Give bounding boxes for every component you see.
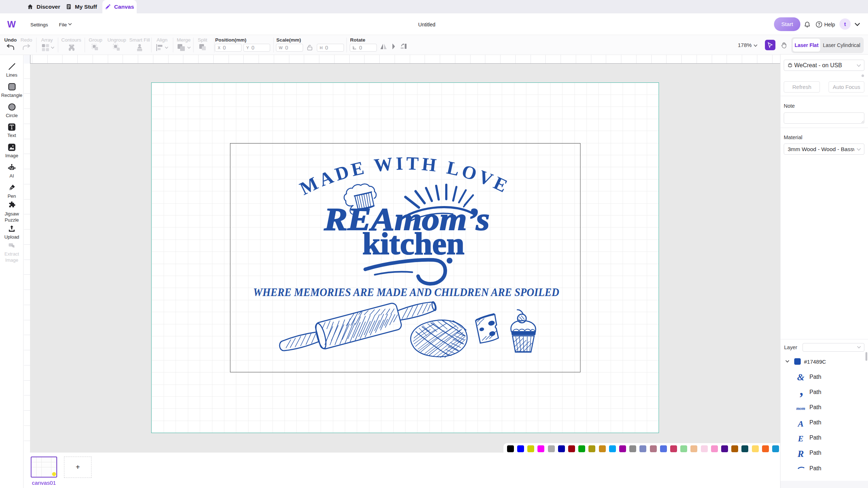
svg-text:kitchen: kitchen bbox=[362, 226, 464, 261]
svg-text:MADE WITH LOVE: MADE WITH LOVE bbox=[297, 153, 511, 199]
svg-text:WHERE MEMORIES ARE MADE AND CH: WHERE MEMORIES ARE MADE AND CHILDREN ARE… bbox=[253, 286, 559, 299]
